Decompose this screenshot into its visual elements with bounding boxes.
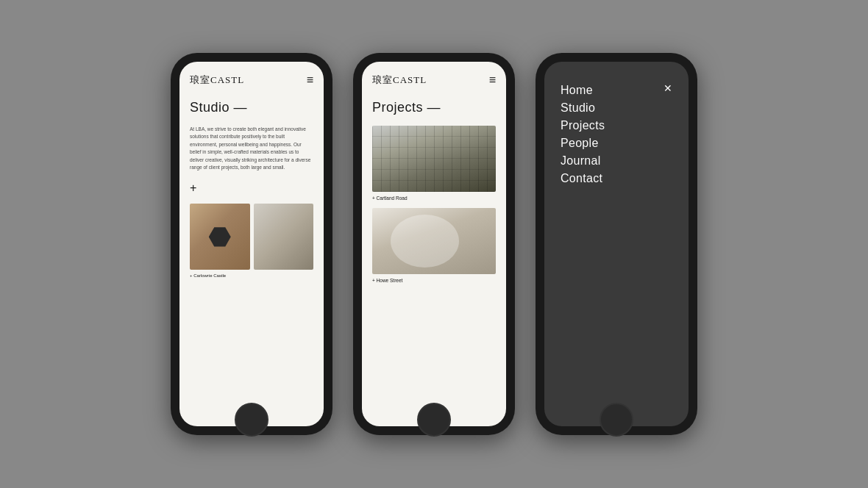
menu-item-people[interactable]: People (561, 137, 675, 150)
menu-item-projects[interactable]: Projects (561, 119, 675, 132)
phone-1: 琅室CASTL ≡ Studio — At LBA, we strive to … (171, 53, 332, 435)
nav-bar-1: 琅室CASTL ≡ (190, 73, 313, 87)
menu-item-home[interactable]: Home (561, 84, 675, 97)
menu-item-journal[interactable]: Journal (561, 154, 675, 168)
menu-item-studio[interactable]: Studio (561, 101, 675, 115)
menu-item-contact[interactable]: Contact (561, 172, 675, 185)
project-link-1[interactable]: + Cartland Road (372, 195, 496, 201)
close-menu-button[interactable]: ✕ (664, 82, 672, 94)
hamburger-icon-1[interactable]: ≡ (307, 74, 313, 86)
studio-image-right (254, 204, 314, 270)
phone-3: ✕ Home Studio Projects People Journal Co… (536, 53, 697, 435)
nav-bar-2: 琅室CASTL ≡ (372, 73, 496, 87)
expand-icon[interactable]: + (190, 182, 313, 195)
project-link-2[interactable]: + Howe Street (372, 278, 496, 283)
page-title-2: Projects — (372, 100, 496, 115)
logo-1: 琅室CASTL (190, 73, 244, 87)
page-title-1: Studio — (190, 100, 313, 115)
hamburger-icon-2[interactable]: ≡ (489, 74, 496, 86)
menu-list: Home Studio Projects People Journal Cont… (561, 84, 675, 185)
phone-2: 琅室CASTL ≡ Projects — + Cartland Road + H… (353, 53, 515, 435)
project-image-2 (372, 208, 496, 274)
images-row (190, 204, 313, 270)
studio-image-left (190, 204, 250, 270)
studio-body-text: At LBA, we strive to create both elegant… (190, 126, 313, 171)
project-image-1 (372, 126, 496, 192)
logo-2: 琅室CASTL (372, 73, 427, 87)
project-caption-1: + Carlowrie Castle (190, 273, 313, 278)
